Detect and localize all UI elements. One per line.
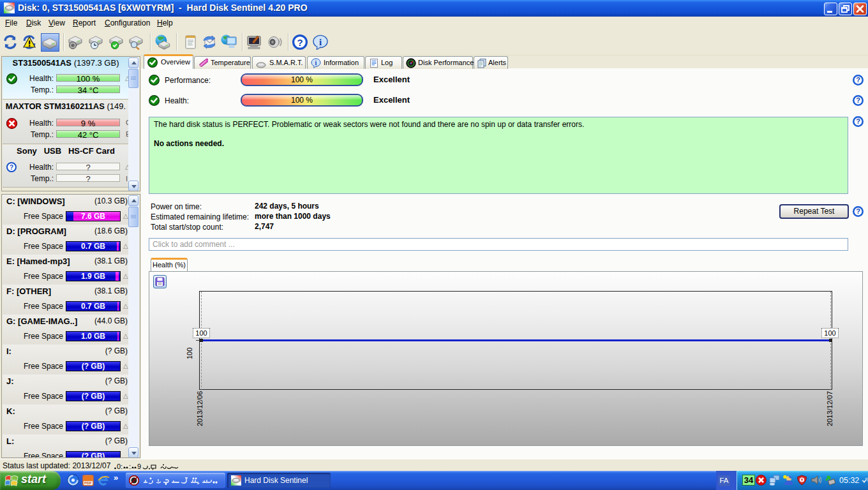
svg-text:i: i: [315, 59, 317, 66]
svg-text::: :: [129, 463, 131, 470]
svg-text:?: ?: [297, 37, 303, 48]
svg-text:i: i: [319, 37, 322, 47]
svg-text:9: 9: [137, 463, 141, 470]
svg-text:PDF: PDF: [84, 481, 92, 485]
svg-text:0:: 0:: [117, 463, 123, 470]
